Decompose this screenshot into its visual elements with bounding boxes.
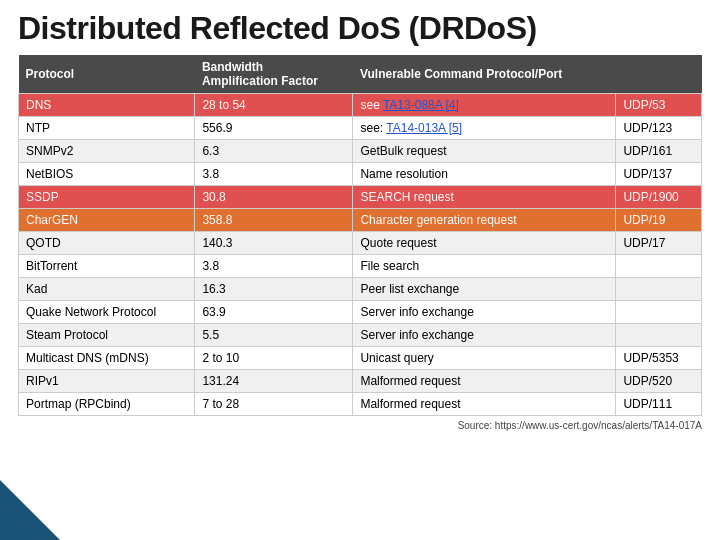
table-cell: 30.8 (195, 186, 353, 209)
table-cell: UDP/111 (616, 393, 702, 416)
table-cell: 16.3 (195, 278, 353, 301)
table-cell: BitTorrent (19, 255, 195, 278)
table-cell: UDP/5353 (616, 347, 702, 370)
table-cell: Portmap (RPCbind) (19, 393, 195, 416)
table-cell: Quake Network Protocol (19, 301, 195, 324)
table-cell (616, 278, 702, 301)
table-cell: NTP (19, 117, 195, 140)
table-row: Multicast DNS (mDNS)2 to 10Unicast query… (19, 347, 702, 370)
table-row: QOTD140.3Quote requestUDP/17 (19, 232, 702, 255)
table-cell: 7 to 28 (195, 393, 353, 416)
table-cell (616, 301, 702, 324)
table-cell: UDP/17 (616, 232, 702, 255)
table-cell: UDP/161 (616, 140, 702, 163)
table-row: Portmap (RPCbind)7 to 28Malformed reques… (19, 393, 702, 416)
table-row: CharGEN358.8Character generation request… (19, 209, 702, 232)
table-cell: 28 to 54 (195, 94, 353, 117)
table-cell: 3.8 (195, 163, 353, 186)
table-row: Kad16.3Peer list exchange (19, 278, 702, 301)
table-cell: DNS (19, 94, 195, 117)
table-cell: 131.24 (195, 370, 353, 393)
col-vulnerable: Vulnerable Command Protocol/Port (353, 55, 616, 94)
table-cell: 63.9 (195, 301, 353, 324)
table-cell: 5.5 (195, 324, 353, 347)
table-cell: SSDP (19, 186, 195, 209)
source-note: Source: https://www.us-cert.gov/ncas/ale… (0, 416, 720, 431)
table-cell: GetBulk request (353, 140, 616, 163)
table-cell: UDP/53 (616, 94, 702, 117)
table-cell: 6.3 (195, 140, 353, 163)
table-cell: Server info exchange (353, 301, 616, 324)
table-cell (616, 255, 702, 278)
table-cell: UDP/123 (616, 117, 702, 140)
table-row: SSDP30.8SEARCH requestUDP/1900 (19, 186, 702, 209)
table-row: NetBIOS3.8Name resolutionUDP/137 (19, 163, 702, 186)
main-table: Protocol BandwidthAmplification Factor V… (18, 55, 702, 416)
col-port (616, 55, 702, 94)
table-cell: Steam Protocol (19, 324, 195, 347)
table-cell: Peer list exchange (353, 278, 616, 301)
table-cell: 2 to 10 (195, 347, 353, 370)
table-wrapper: Protocol BandwidthAmplification Factor V… (0, 55, 720, 416)
table-cell: Multicast DNS (mDNS) (19, 347, 195, 370)
table-cell: CharGEN (19, 209, 195, 232)
table-row: RIPv1131.24Malformed requestUDP/520 (19, 370, 702, 393)
table-row: SNMPv26.3GetBulk requestUDP/161 (19, 140, 702, 163)
table-cell: Kad (19, 278, 195, 301)
table-cell: Malformed request (353, 393, 616, 416)
table-cell: Character generation request (353, 209, 616, 232)
table-cell: 140.3 (195, 232, 353, 255)
table-cell: UDP/1900 (616, 186, 702, 209)
table-cell: Server info exchange (353, 324, 616, 347)
table-cell (616, 324, 702, 347)
table-cell: Malformed request (353, 370, 616, 393)
col-protocol: Protocol (19, 55, 195, 94)
table-cell: Quote request (353, 232, 616, 255)
table-cell: 556.9 (195, 117, 353, 140)
page-container: Distributed Reflected DoS (DRDoS) Protoc… (0, 0, 720, 540)
table-cell: QOTD (19, 232, 195, 255)
table-row: Quake Network Protocol63.9Server info ex… (19, 301, 702, 324)
page-title: Distributed Reflected DoS (DRDoS) (0, 0, 720, 55)
table-cell: UDP/137 (616, 163, 702, 186)
table-cell: RIPv1 (19, 370, 195, 393)
table-row: NTP556.9see: TA14-013A [5]UDP/123 (19, 117, 702, 140)
table-cell: 3.8 (195, 255, 353, 278)
table-cell: Name resolution (353, 163, 616, 186)
decoration-bottom-left (0, 480, 60, 540)
table-cell: see: TA14-013A [5] (353, 117, 616, 140)
table-cell: SEARCH request (353, 186, 616, 209)
table-cell: 358.8 (195, 209, 353, 232)
table-cell: see TA13-088A [4] (353, 94, 616, 117)
table-cell: NetBIOS (19, 163, 195, 186)
table-cell: File search (353, 255, 616, 278)
col-bandwidth: BandwidthAmplification Factor (195, 55, 353, 94)
table-cell: Unicast query (353, 347, 616, 370)
table-cell: SNMPv2 (19, 140, 195, 163)
table-cell: UDP/520 (616, 370, 702, 393)
table-cell: UDP/19 (616, 209, 702, 232)
table-row: DNS28 to 54see TA13-088A [4]UDP/53 (19, 94, 702, 117)
table-row: BitTorrent3.8File search (19, 255, 702, 278)
table-row: Steam Protocol5.5Server info exchange (19, 324, 702, 347)
